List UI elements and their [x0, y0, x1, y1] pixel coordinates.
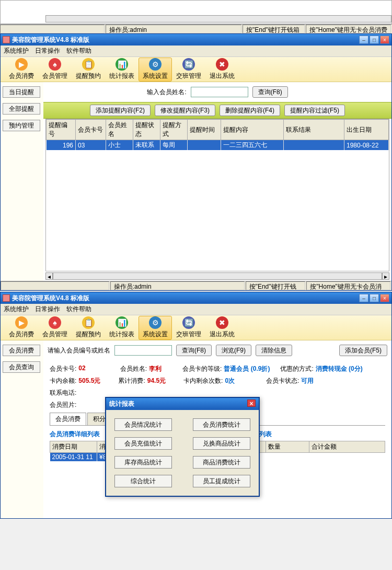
status-value: 可用	[301, 377, 314, 385]
side-appointment[interactable]: 预约管理	[3, 120, 40, 131]
add-remind-button[interactable]: 添加提醒内容(F2)	[90, 105, 151, 116]
col-qty[interactable]: 数量	[266, 441, 309, 453]
play-icon: ▶	[15, 58, 28, 71]
tab-consume[interactable]: 会员消费	[50, 413, 86, 425]
menubar-2: 系统维护 日常操作 软件帮助	[1, 304, 391, 315]
side-member-query[interactable]: 会员查询	[3, 361, 40, 373]
report-member-status[interactable]: 会员情况统计	[114, 418, 172, 431]
discount-value: 消费转现金 (0分)	[316, 364, 363, 373]
minimize-button[interactable]: –	[359, 36, 368, 44]
col-content[interactable]: 提醒内容	[221, 120, 284, 140]
report-general[interactable]: 综合统计	[114, 475, 172, 487]
tool-shift[interactable]: 🔄交班管理	[172, 316, 205, 340]
toolbar-2: ▶会员消费 ♠会员管理 📋提醒预约 📊统计报表 ⚙系统设置 🔄交班管理 ✖退出系…	[1, 315, 391, 340]
dialog-titlebar[interactable]: 统计报表 ×	[106, 398, 259, 410]
add-member-button[interactable]: 添加会员(F5)	[339, 345, 387, 356]
tool-member-manage[interactable]: ♠会员管理	[38, 316, 72, 340]
tool-member-consume[interactable]: ▶会员消费	[5, 316, 38, 340]
member-id-input[interactable]	[114, 345, 172, 356]
remind-table[interactable]: 提醒编号 会员卡号 会员姓名 提醒状态 提醒方式 提醒时间 提醒内容 联系结果 …	[45, 119, 389, 271]
menu-help[interactable]: 软件帮助	[66, 305, 91, 314]
sidebar-2: 会员消费 会员查询	[1, 340, 43, 518]
tool-member-manage[interactable]: ♠会员管理	[38, 58, 72, 82]
tool-settings[interactable]: ⚙系统设置	[139, 316, 172, 340]
person-icon: ♠	[49, 316, 61, 329]
member-search-bar: 请输入会员编号或姓名 查询(F8) 浏览(F9) 清除信息 添加会员(F5)	[43, 340, 391, 360]
maximize-button[interactable]: □	[370, 36, 379, 44]
titlebar-2[interactable]: 美容院管理系统V4.8 标准版 – □ ×	[1, 292, 391, 304]
maximize-button[interactable]: □	[370, 294, 379, 302]
col-card-no[interactable]: 会员卡号	[76, 120, 106, 140]
query-button[interactable]: 查询(F8)	[252, 86, 288, 98]
top-partial-strip	[0, 0, 392, 24]
col-remind-id[interactable]: 提醒编号	[47, 120, 76, 140]
tool-reminder[interactable]: 📋提醒预约	[72, 58, 105, 82]
col-result[interactable]: 联系结果	[284, 120, 344, 140]
status-bar-1: 操作员:admin 按"End"键打开钱箱 按"Home"键用无卡会员消费	[1, 281, 391, 290]
minimize-button[interactable]: –	[359, 294, 368, 302]
window-title: 美容院管理系统V4.8 标准版	[12, 36, 359, 44]
titlebar[interactable]: 美容院管理系统V4.8 标准版 – □ ×	[1, 34, 391, 45]
report-exchange-goods[interactable]: 兑换商品统计	[193, 437, 250, 450]
remain-value: 0次	[225, 377, 235, 385]
clear-button[interactable]: 清除信息	[256, 345, 292, 356]
tool-reminder[interactable]: 📋提醒预约	[72, 316, 105, 340]
search-label: 输入会员姓名:	[147, 88, 186, 97]
tool-settings[interactable]: ⚙系统设置	[139, 58, 172, 82]
swap-icon: 🔄	[182, 316, 195, 329]
tool-member-consume[interactable]: ▶会员消费	[5, 58, 38, 82]
col-time[interactable]: 提醒时间	[188, 120, 221, 140]
hscroll-right[interactable]: ▸	[382, 272, 389, 280]
col-status[interactable]: 提醒状态	[133, 120, 160, 140]
filter-remind-button[interactable]: 提醒内容过滤(F5)	[284, 105, 345, 116]
window-title-2: 美容院管理系统V4.8 标准版	[12, 294, 359, 303]
menu-system[interactable]: 系统维护	[4, 305, 29, 314]
dialog-close-button[interactable]: ×	[247, 400, 256, 407]
note-icon: 📋	[82, 316, 95, 329]
chart-icon: 📊	[116, 58, 128, 71]
report-member-consume[interactable]: 会员消费统计	[193, 418, 250, 431]
delete-remind-button[interactable]: 删除提醒内容(F4)	[220, 105, 280, 116]
member-name-input[interactable]	[191, 87, 248, 97]
report-inventory[interactable]: 库存商品统计	[114, 456, 172, 469]
col-name[interactable]: 会员姓名	[106, 120, 133, 140]
tool-report[interactable]: 📊统计报表	[105, 58, 139, 82]
menu-daily[interactable]: 日常操作	[35, 305, 60, 314]
close-button[interactable]: ×	[380, 294, 389, 302]
hscroll-left[interactable]: ◂	[45, 272, 53, 280]
tool-exit[interactable]: ✖退出系统	[205, 58, 239, 82]
window-reminder: 美容院管理系统V4.8 标准版 – □ × 系统维护 日常操作 软件帮助 ▶会员…	[0, 33, 392, 291]
col-total[interactable]: 合计金额	[309, 441, 385, 453]
side-all-remind[interactable]: 全部提醒	[3, 103, 40, 115]
query-button[interactable]: 查询(F8)	[176, 345, 212, 356]
report-goods-consume[interactable]: 商品消费统计	[193, 456, 250, 469]
chart-icon: 📊	[116, 316, 128, 329]
action-bar: 添加提醒内容(F2) 修改提醒内容(F3) 删除提醒内容(F4) 提醒内容过滤(…	[43, 102, 391, 119]
report-dialog: 统计报表 × 会员情况统计 会员充值统计 库存商品统计 综合统计 会员消费统计 …	[105, 397, 260, 497]
scroll-track[interactable]	[45, 15, 391, 22]
balance-value: 505.5元	[78, 377, 100, 385]
menu-help[interactable]: 软件帮助	[66, 47, 91, 55]
col-method[interactable]: 提醒方式	[160, 120, 188, 140]
tool-report[interactable]: 📊统计报表	[105, 316, 139, 340]
table-row[interactable]: 196 03 小士 未联系 每周 一二三四五六七 1980-08-22	[47, 140, 389, 151]
close-button[interactable]: ×	[380, 36, 389, 44]
col-date[interactable]: 消费日期	[50, 441, 97, 453]
side-member-consume[interactable]: 会员消费	[3, 345, 40, 356]
report-staff-commission[interactable]: 员工提成统计	[193, 475, 250, 487]
edit-remind-button[interactable]: 修改提醒内容(F3)	[155, 105, 215, 116]
tool-shift[interactable]: 🔄交班管理	[172, 58, 205, 82]
browse-button[interactable]: 浏览(F9)	[216, 345, 251, 356]
report-member-recharge[interactable]: 会员充值统计	[114, 437, 172, 450]
tool-exit[interactable]: ✖退出系统	[205, 316, 239, 340]
menu-daily[interactable]: 日常操作	[35, 47, 60, 55]
menu-system[interactable]: 系统维护	[4, 47, 29, 55]
member-search-label: 请输入会员编号或姓名	[48, 346, 110, 355]
close-icon: ✖	[216, 316, 228, 329]
col-birth[interactable]: 出生日期	[344, 120, 389, 140]
side-today-remind[interactable]: 当日提醒	[3, 86, 40, 98]
hscroll-track[interactable]	[53, 272, 382, 280]
card-no-value: 02	[78, 364, 85, 373]
sidebar: 当日提醒 全部提醒 预约管理	[1, 82, 43, 281]
play-icon: ▶	[15, 316, 28, 329]
